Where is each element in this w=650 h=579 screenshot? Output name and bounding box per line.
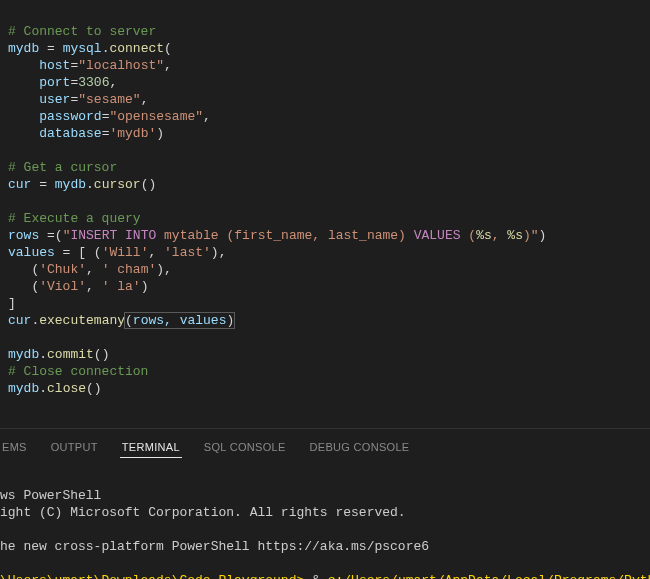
comment: # Close connection bbox=[8, 364, 148, 379]
parameter-hint: (rows, values) bbox=[125, 313, 234, 328]
comment: # Get a cursor bbox=[8, 160, 117, 175]
code-token: mydb bbox=[8, 41, 39, 56]
terminal-line: ight (C) Microsoft Corporation. All righ… bbox=[0, 505, 406, 520]
terminal-prompt: \Users\umart\Downloads\Code Playground> bbox=[0, 573, 312, 579]
comment: # Connect to server bbox=[8, 24, 156, 39]
tab-terminal[interactable]: TERMINAL bbox=[120, 437, 182, 458]
tab-sql-console[interactable]: SQL CONSOLE bbox=[202, 437, 288, 458]
terminal-line: he new cross-platform PowerShell https:/… bbox=[0, 539, 429, 554]
panel-tabs: EMS OUTPUT TERMINAL SQL CONSOLE DEBUG CO… bbox=[0, 428, 650, 466]
code-editor[interactable]: # Connect to server mydb = mysql.connect… bbox=[0, 0, 650, 428]
terminal-line: ws PowerShell bbox=[0, 488, 101, 503]
tab-problems[interactable]: EMS bbox=[0, 437, 29, 458]
tab-output[interactable]: OUTPUT bbox=[49, 437, 100, 458]
terminal[interactable]: ws PowerShell ight (C) Microsoft Corpora… bbox=[0, 466, 650, 579]
comment: # Execute a query bbox=[8, 211, 141, 226]
tab-debug-console[interactable]: DEBUG CONSOLE bbox=[308, 437, 412, 458]
